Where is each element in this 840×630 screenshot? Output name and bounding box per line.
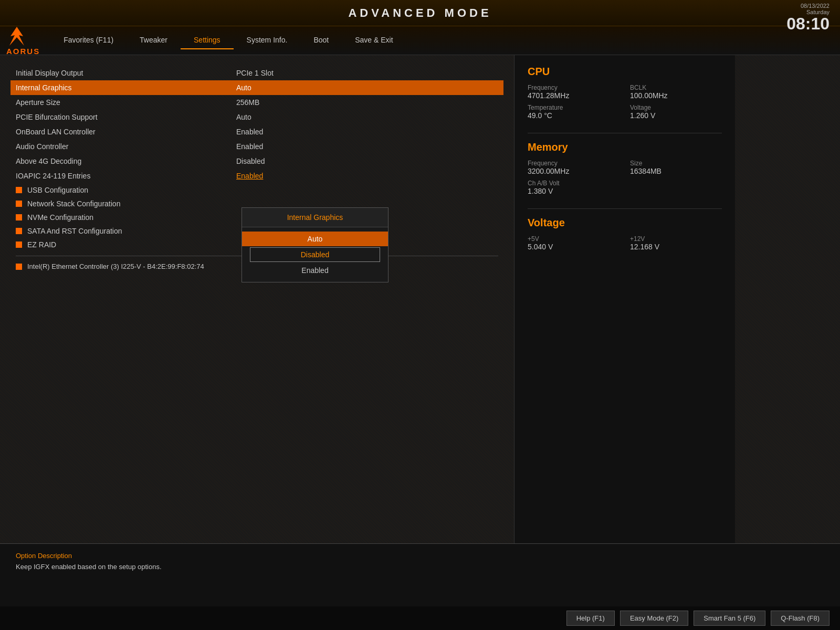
setting-row-pcie-bif[interactable]: PCIE Bifurcation Support Auto [16,110,498,124]
voltage-title: Voltage [528,217,722,229]
bottom-section: Option Description Keep IGFX enabled bas… [0,543,840,606]
brand-text: AORUS [6,47,40,56]
plus12v-value: 12.168 V [630,243,722,251]
bullet-icon [16,264,22,270]
cpu-frequency-label: Frequency [528,84,620,91]
header: ADVANCED MODE 08/13/2022 Saturday 08:10 [0,0,840,26]
cpu-temp-label: Temperature [528,104,620,111]
bullet-icon [16,214,22,220]
setting-row-above4g[interactable]: Above 4G Decoding Disabled [16,154,498,169]
dropdown-option-enabled[interactable]: Enabled [242,263,388,278]
setting-row-aperture[interactable]: Aperture Size 256MB [16,95,498,110]
bullet-icon [16,201,22,207]
nav-sysinfo[interactable]: System Info. [234,32,301,49]
right-panel: CPU Frequency 4701.28MHz BCLK 100.00MHz … [514,55,735,543]
bullet-icon [16,242,22,248]
help-button[interactable]: Help (F1) [566,611,615,626]
memory-chavolt-value: 1.380 V [528,187,722,195]
voltage-grid: +5V 5.040 V +12V 12.168 V [528,235,722,251]
cpu-frequency-value: 4701.28MHz [528,91,620,100]
time-display: 08:10 [786,15,830,32]
memory-chavolt-label: Ch A/B Volt [528,180,722,187]
dropdown-title: Internal Graphics [242,208,388,227]
datetime-area: 08/13/2022 Saturday 08:10 [786,3,830,32]
date-display: 08/13/2022 Saturday [786,3,830,15]
dropdown-option-auto[interactable]: Auto [242,232,388,246]
memory-title: Memory [528,141,722,153]
setting-row-initial-display[interactable]: Initial Display Output PCIe 1 Slot [16,66,498,80]
memory-freq-value: 3200.00MHz [528,167,620,175]
option-desc-text: Keep IGFX enabled based on the setup opt… [16,563,824,571]
memory-size-value: 16384MB [630,167,722,175]
plus5v-label: +5V [528,235,620,243]
internal-graphics-dropdown[interactable]: Internal Graphics Auto Disabled Enabled [242,207,388,282]
nav-settings[interactable]: Settings [181,32,234,49]
cpu-voltage-label: Voltage [630,104,722,111]
option-desc-label: Option Description [16,552,824,560]
cpu-section: CPU Frequency 4701.28MHz BCLK 100.00MHz … [528,66,722,120]
memory-size-label: Size [630,160,722,167]
left-panel: Initial Display Output PCIe 1 Slot Inter… [0,55,514,543]
cpu-title: CPU [528,66,722,78]
navbar: AORUS Favorites (F11) Tweaker Settings S… [0,26,840,55]
setting-row-internal-graphics[interactable]: Internal Graphics Auto [10,80,503,95]
footer: Help (F1) Easy Mode (F2) Smart Fan 5 (F6… [0,606,840,630]
dropdown-option-disabled[interactable]: Disabled [250,247,380,262]
cpu-grid: Frequency 4701.28MHz BCLK 100.00MHz Temp… [528,84,722,120]
nav-favorites[interactable]: Favorites (F11) [50,32,127,49]
easy-mode-button[interactable]: Easy Mode (F2) [620,611,688,626]
smart-fan-button[interactable]: Smart Fan 5 (F6) [694,611,765,626]
main-nav: Favorites (F11) Tweaker Settings System … [50,32,835,49]
memory-section: Memory Frequency 3200.00MHz Size 16384MB… [528,141,722,195]
plus5v-value: 5.040 V [528,243,620,251]
sub-usb-config[interactable]: USB Configuration [16,183,498,197]
cpu-voltage-value: 1.260 V [630,111,722,120]
falcon-icon [5,26,29,47]
nav-saveexit[interactable]: Save & Exit [342,32,406,49]
main-content: Initial Display Output PCIe 1 Slot Inter… [0,55,840,543]
cpu-temp-value: 49.0 °C [528,111,620,120]
cpu-bclk-label: BCLK [630,84,722,91]
page-title: ADVANCED MODE [348,6,491,20]
aorus-logo: AORUS [5,26,40,56]
svg-marker-0 [9,27,24,46]
voltage-section: Voltage +5V 5.040 V +12V 12.168 V [528,217,722,251]
nav-boot[interactable]: Boot [300,32,342,49]
qflash-button[interactable]: Q-Flash (F8) [771,611,830,626]
bullet-icon [16,228,22,234]
nav-tweaker[interactable]: Tweaker [127,32,181,49]
memory-freq-label: Frequency [528,160,620,167]
dropdown-options: Auto Disabled Enabled [242,227,388,282]
setting-row-onboard-lan[interactable]: OnBoard LAN Controller Enabled [16,124,498,139]
setting-row-audio[interactable]: Audio Controller Enabled [16,139,498,154]
bullet-icon [16,187,22,193]
setting-row-ioapic[interactable]: IOAPIC 24-119 Entries Enabled [16,169,498,183]
memory-grid: Frequency 3200.00MHz Size 16384MB Ch A/B… [528,160,722,195]
plus12v-label: +12V [630,235,722,243]
cpu-bclk-value: 100.00MHz [630,91,722,100]
